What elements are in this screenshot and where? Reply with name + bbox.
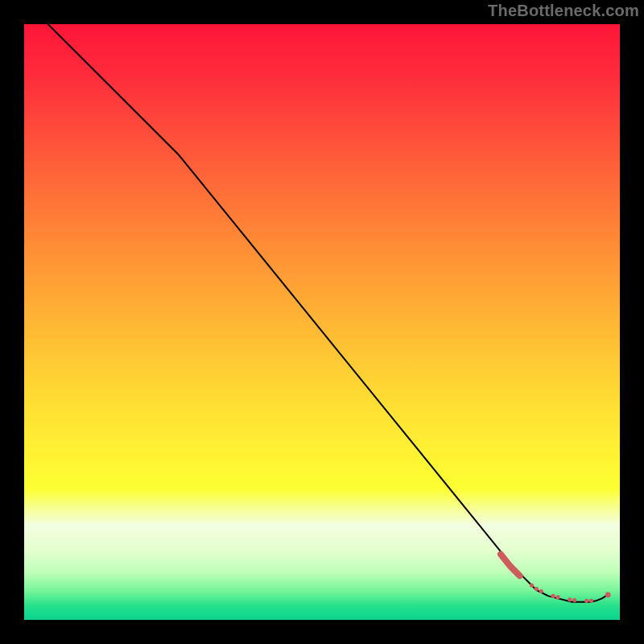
watermark-text: TheBottleneck.com: [488, 2, 639, 20]
gpu-dot: [539, 589, 543, 593]
gradient-plot-area: [24, 24, 620, 620]
gpu-dot: [584, 599, 588, 603]
gpu-dot: [530, 583, 534, 587]
gpu-dot: [551, 594, 555, 598]
gpu-dot: [572, 598, 576, 602]
chart-stage: TheBottleneck.com: [0, 0, 644, 644]
gpu-dot: [535, 587, 539, 591]
gpu-dot: [605, 592, 611, 598]
gpu-range-bar: [501, 555, 520, 576]
gpu-dot: [589, 599, 593, 603]
gpu-dot: [568, 597, 572, 601]
bottleneck-curve-line: [48, 24, 609, 602]
chart-overlay-svg: [24, 24, 620, 620]
gpu-dot: [555, 595, 559, 599]
